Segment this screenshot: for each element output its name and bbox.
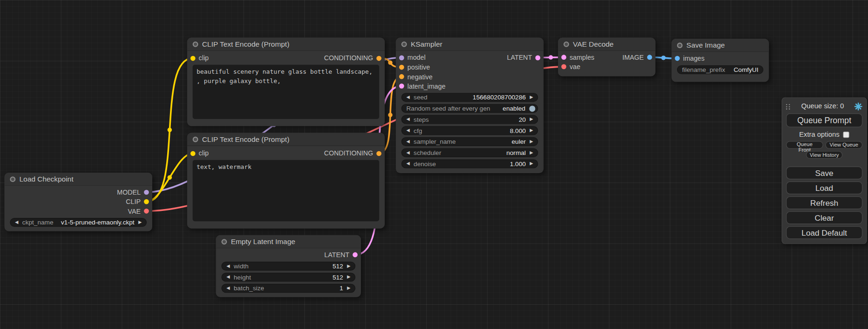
- ckpt-name-widget[interactable]: ◀ ckpt_name v1-5-pruned-emaonly.ckpt ▶: [10, 218, 147, 227]
- steps-widget[interactable]: ◀ steps 20 ▶: [402, 115, 538, 124]
- collapse-dot-icon[interactable]: [677, 42, 683, 48]
- node-title: VAE Decode: [573, 40, 614, 48]
- view-history-button[interactable]: View History: [806, 151, 843, 159]
- widget-label: batch_size: [234, 285, 264, 292]
- collapse-dot-icon[interactable]: [564, 41, 569, 47]
- left-arrow-icon[interactable]: ◀: [406, 161, 409, 166]
- latent-output-port[interactable]: [353, 252, 358, 258]
- right-arrow-icon[interactable]: ▶: [347, 264, 350, 268]
- load-default-button[interactable]: Load Default: [786, 226, 863, 239]
- right-arrow-icon[interactable]: ▶: [529, 161, 533, 166]
- view-queue-button[interactable]: View Queue: [826, 141, 862, 149]
- port-row: MODEL: [4, 188, 152, 197]
- image-output-port[interactable]: [647, 55, 652, 60]
- node-title-bar[interactable]: VAE Decode: [558, 38, 656, 51]
- filename-prefix-widget[interactable]: filename_prefix ComfyUI: [677, 65, 763, 74]
- right-arrow-icon[interactable]: ▶: [347, 275, 350, 279]
- node-clip-text-encode-positive[interactable]: CLIP Text Encode (Prompt) clip CONDITION…: [187, 38, 385, 126]
- denoise-widget[interactable]: ◀ denoise 1.000 ▶: [402, 159, 538, 168]
- drag-handle-icon[interactable]: [786, 103, 791, 109]
- seed-widget[interactable]: ◀ seed 156680208700286 ▶: [402, 93, 538, 102]
- model-input-port[interactable]: [399, 55, 404, 60]
- sampler-name-widget[interactable]: ◀ sampler_name euler ▶: [402, 137, 538, 146]
- right-arrow-icon[interactable]: ▶: [529, 128, 533, 133]
- node-title-bar[interactable]: CLIP Text Encode (Prompt): [187, 133, 385, 146]
- left-arrow-icon[interactable]: ◀: [406, 140, 409, 144]
- left-arrow-icon[interactable]: ◀: [406, 128, 409, 133]
- collapse-dot-icon[interactable]: [221, 239, 227, 245]
- node-title-bar[interactable]: CLIP Text Encode (Prompt): [187, 38, 385, 51]
- widget-value: 1: [339, 285, 343, 292]
- node-title-bar[interactable]: Save Image: [671, 39, 769, 52]
- cfg-widget[interactable]: ◀ cfg 8.000 ▶: [402, 126, 538, 135]
- clip-input-port[interactable]: [191, 56, 196, 61]
- node-title-bar[interactable]: Empty Latent Image: [216, 235, 361, 248]
- left-arrow-icon[interactable]: ◀: [226, 275, 230, 279]
- port-row: clip CONDITIONING: [187, 148, 385, 159]
- random-seed-toggle-widget[interactable]: Random seed after every gen enabled: [402, 104, 538, 113]
- negative-prompt-textarea[interactable]: text, watermark: [193, 160, 380, 222]
- widget-label: scheduler: [414, 149, 441, 156]
- widget-label: steps: [414, 116, 429, 123]
- port-row: CLIP: [4, 197, 152, 206]
- right-arrow-icon[interactable]: ▶: [529, 95, 533, 99]
- samples-input-port[interactable]: [561, 55, 566, 60]
- conditioning-output-port[interactable]: [376, 56, 381, 61]
- node-clip-text-encode-negative[interactable]: CLIP Text Encode (Prompt) clip CONDITION…: [187, 133, 385, 229]
- left-arrow-icon[interactable]: ◀: [406, 95, 409, 99]
- vae-input-port[interactable]: [561, 64, 566, 70]
- positive-prompt-textarea[interactable]: beautiful scenery nature glass bottle la…: [193, 65, 380, 119]
- right-arrow-icon[interactable]: ▶: [529, 140, 533, 144]
- left-arrow-icon[interactable]: ◀: [406, 150, 409, 154]
- settings-gear-icon[interactable]: [854, 102, 862, 111]
- right-arrow-icon[interactable]: ▶: [529, 150, 533, 154]
- model-output-port[interactable]: [144, 190, 149, 195]
- refresh-button[interactable]: Refresh: [786, 196, 863, 209]
- vae-output-port[interactable]: [144, 209, 149, 214]
- right-arrow-icon[interactable]: ▶: [529, 117, 533, 121]
- scheduler-widget[interactable]: ◀ scheduler normal ▶: [402, 148, 538, 157]
- save-button[interactable]: Save: [786, 167, 863, 179]
- negative-input-port[interactable]: [399, 74, 404, 79]
- input-label: positive: [408, 63, 430, 71]
- node-empty-latent-image[interactable]: Empty Latent Image LATENT ◀ width 512 ▶ …: [216, 235, 361, 297]
- widget-label: width: [234, 263, 249, 269]
- batch-size-widget[interactable]: ◀ batch_size 1 ▶: [221, 284, 355, 293]
- node-vae-decode[interactable]: VAE Decode samples IMAGE vae: [558, 38, 656, 77]
- toggle-knob-icon[interactable]: [529, 105, 535, 112]
- conditioning-output-port[interactable]: [376, 151, 381, 156]
- clear-button[interactable]: Clear: [786, 211, 863, 224]
- port-row: samples IMAGE: [558, 53, 656, 62]
- widget-label: sampler_name: [414, 138, 456, 145]
- clip-input-port[interactable]: [191, 151, 196, 156]
- positive-input-port[interactable]: [399, 65, 404, 70]
- height-widget[interactable]: ◀ height 512 ▶: [221, 273, 355, 281]
- queue-prompt-button[interactable]: Queue Prompt: [786, 113, 863, 127]
- load-button[interactable]: Load: [786, 182, 863, 194]
- queue-menu-panel[interactable]: Queue size: 0 Queue Prompt Extra options: [782, 98, 867, 244]
- latent-image-input-port[interactable]: [399, 84, 404, 89]
- images-input-port[interactable]: [675, 56, 680, 61]
- node-load-checkpoint[interactable]: Load Checkpoint MODEL CLIP VAE ◀ ckpt_na…: [4, 173, 152, 231]
- latent-output-port[interactable]: [535, 55, 540, 60]
- collapse-dot-icon[interactable]: [193, 136, 198, 142]
- right-arrow-icon[interactable]: ▶: [347, 286, 350, 290]
- node-title-bar[interactable]: Load Checkpoint: [4, 173, 152, 186]
- collapse-dot-icon[interactable]: [402, 41, 407, 47]
- left-arrow-icon[interactable]: ◀: [406, 117, 409, 121]
- left-arrow-icon[interactable]: ◀: [226, 286, 230, 290]
- node-graph-canvas[interactable]: Load Checkpoint MODEL CLIP VAE ◀ ckpt_na…: [0, 0, 868, 329]
- queue-front-button[interactable]: Queue Front: [786, 141, 823, 149]
- output-label: CONDITIONING: [324, 149, 373, 157]
- node-save-image[interactable]: Save Image images filename_prefix ComfyU…: [671, 39, 769, 82]
- extra-options-checkbox[interactable]: [843, 132, 849, 138]
- collapse-dot-icon[interactable]: [10, 176, 15, 182]
- left-arrow-icon[interactable]: ◀: [226, 264, 230, 268]
- node-ksampler[interactable]: KSampler model LATENT positive negative: [396, 38, 544, 173]
- collapse-dot-icon[interactable]: [193, 41, 198, 47]
- node-title-bar[interactable]: KSampler: [396, 38, 544, 51]
- clip-output-port[interactable]: [144, 199, 149, 204]
- left-arrow-icon[interactable]: ◀: [15, 220, 18, 224]
- width-widget[interactable]: ◀ width 512 ▶: [221, 262, 355, 271]
- right-arrow-icon[interactable]: ▶: [138, 220, 141, 224]
